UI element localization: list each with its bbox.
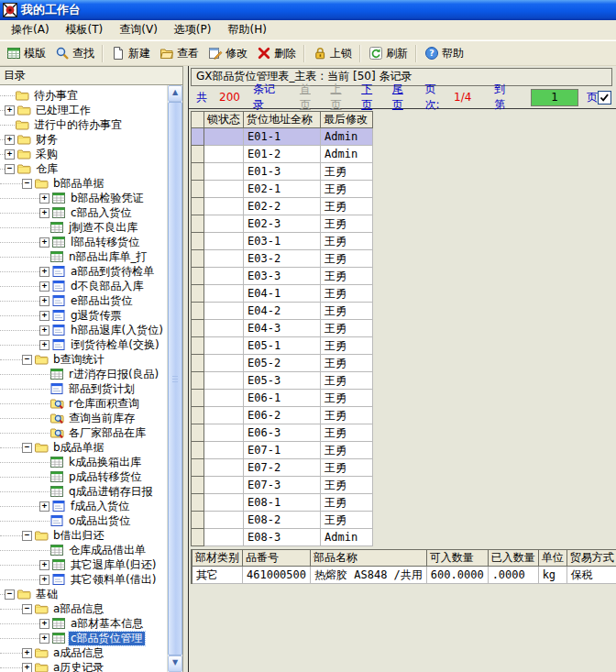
table-row[interactable]: 其它461000500热熔胶 AS848 /共用600.0000.0000kg保…	[192, 567, 616, 584]
table-row[interactable]: E07-2王勇	[192, 459, 373, 477]
tree-item[interactable]: −b借出归还	[0, 528, 167, 543]
column-header[interactable]: 锁状态	[204, 112, 244, 128]
first-page-link[interactable]: 首页	[300, 82, 321, 113]
column-header[interactable]: 部材类别	[192, 550, 243, 567]
table-row[interactable]: E01-3王勇	[192, 163, 373, 181]
toolbar-button-modify[interactable]: 修改	[204, 44, 252, 63]
menu-item-help[interactable]: 帮助(H)	[219, 20, 274, 40]
tree-item[interactable]: +a历史记录	[0, 660, 167, 672]
auto-refresh-checkbox[interactable]	[598, 91, 611, 105]
tree-item[interactable]: +l部品转移货位	[0, 235, 167, 249]
tree-item[interactable]: +a成品信息	[0, 645, 167, 660]
prev-page-link[interactable]: 上页	[331, 82, 352, 113]
goto-page-input[interactable]	[531, 89, 578, 106]
tree-item[interactable]: 查询当前库存	[0, 411, 167, 425]
toolbar-button-find[interactable]: 查找	[50, 44, 99, 63]
menu-item-operations[interactable]: 操作(A)	[3, 20, 58, 40]
tree-item[interactable]: p成品转移货位	[0, 469, 167, 484]
tree-item[interactable]: q成品进销存日报	[0, 484, 167, 499]
tree-item[interactable]: −b部品单据	[0, 176, 167, 191]
table-row[interactable]: E08-1王勇	[192, 494, 373, 512]
menu-item-query[interactable]: 查询(V)	[111, 20, 166, 40]
tree-item[interactable]: +g退货传票	[0, 308, 167, 323]
tree-item[interactable]: +a部材基本信息	[0, 616, 167, 631]
expand-plus-icon[interactable]: +	[5, 149, 15, 160]
tree-item[interactable]: +d不良部品入库	[0, 279, 167, 293]
tree-item[interactable]: +其它领料单(借出)	[0, 572, 167, 587]
tree-item[interactable]: −基础	[0, 587, 167, 601]
expand-plus-icon[interactable]: +	[22, 663, 32, 672]
column-header[interactable]: 可入数量	[426, 550, 488, 567]
table-row[interactable]: E01-2Admin	[192, 146, 373, 163]
collapse-minus-icon[interactable]: −	[22, 179, 32, 189]
expand-plus-icon[interactable]: +	[39, 560, 50, 570]
row-selector-cell[interactable]	[192, 407, 204, 424]
row-selector-cell[interactable]	[192, 442, 204, 459]
table-row[interactable]: E06-3王勇	[192, 424, 373, 442]
column-header[interactable]: 单位	[538, 550, 566, 567]
tree-item[interactable]: 部品到货计划	[0, 381, 167, 396]
table-row[interactable]: E05-3王勇	[192, 372, 373, 390]
tree-item[interactable]: 各厂家部品在库	[0, 425, 167, 440]
row-selector-cell[interactable]	[192, 250, 204, 268]
collapse-minus-icon[interactable]: −	[22, 604, 32, 614]
table-row[interactable]: E02-3王勇	[192, 215, 373, 233]
toolbar-button-help[interactable]: ?帮助	[420, 44, 468, 63]
expand-plus-icon[interactable]: +	[39, 619, 50, 629]
table-row[interactable]: E03-2王勇	[192, 250, 373, 268]
tree-item[interactable]: +e部品出货位	[0, 293, 167, 308]
toolbar-button-view[interactable]: 查看	[155, 44, 204, 63]
collapse-minus-icon[interactable]: −	[22, 443, 32, 453]
tree-item[interactable]: +b部品检验凭证	[0, 191, 167, 205]
row-selector-cell[interactable]	[192, 181, 204, 198]
menu-item-options[interactable]: 选项(P)	[166, 20, 220, 40]
table-row[interactable]: E05-1王勇	[192, 337, 373, 355]
collapse-minus-icon[interactable]: −	[5, 164, 15, 174]
menu-item-templates[interactable]: 模板(T)	[58, 20, 112, 40]
tree-item[interactable]: +c部品入货位	[0, 205, 167, 220]
expand-plus-icon[interactable]: +	[39, 325, 50, 336]
tree-item[interactable]: o成品出货位	[0, 513, 167, 528]
table-row[interactable]: E07-3王勇	[192, 477, 373, 494]
expand-plus-icon[interactable]: +	[39, 237, 50, 248]
tree-item[interactable]: −b查询统计	[0, 352, 167, 367]
expand-plus-icon[interactable]: +	[5, 105, 15, 116]
table-row[interactable]: E08-3Admin	[192, 529, 373, 546]
toolbar-button-lock[interactable]: 上锁	[308, 44, 357, 63]
table-row[interactable]: E01-1Admin	[192, 128, 373, 146]
column-header[interactable]: 贸易方式	[566, 550, 616, 567]
tree-scrollbar[interactable]: ▲ ▼	[167, 85, 182, 672]
collapse-minus-icon[interactable]: −	[22, 355, 32, 365]
tree-item[interactable]: +已处理工作	[0, 103, 167, 117]
row-selector-cell[interactable]	[192, 198, 204, 215]
column-header[interactable]: 已入数量	[488, 550, 538, 567]
row-selector-cell[interactable]	[192, 303, 204, 320]
toolbar-button-new[interactable]: 新建	[106, 44, 155, 63]
tree-item[interactable]: k成品换箱出库	[0, 455, 167, 469]
collapse-minus-icon[interactable]: −	[5, 589, 15, 600]
tree-item[interactable]: +采购	[0, 147, 167, 161]
table-row[interactable]: E02-1王勇	[192, 181, 373, 198]
expand-plus-icon[interactable]: +	[5, 135, 15, 145]
row-selector-cell[interactable]	[192, 477, 204, 494]
column-header[interactable]: 品番号	[243, 550, 311, 567]
row-selector-cell[interactable]	[192, 494, 204, 512]
table-row[interactable]: E08-2王勇	[192, 512, 373, 529]
table-row[interactable]: E04-2王勇	[192, 303, 373, 320]
row-selector-cell[interactable]	[192, 233, 204, 250]
tree-item[interactable]: j制造不良出库	[0, 220, 167, 235]
row-selector-cell[interactable]	[192, 512, 204, 529]
tree-item[interactable]: +h部品退库(入货位)	[0, 323, 167, 337]
expand-plus-icon[interactable]: +	[39, 501, 50, 512]
tree-item[interactable]: r仓库面积查询	[0, 396, 167, 411]
table-row[interactable]: E04-3王勇	[192, 320, 373, 337]
expand-plus-icon[interactable]: +	[39, 267, 50, 277]
tree-item[interactable]: +c部品货位管理	[0, 631, 167, 645]
tree-item[interactable]: +财务	[0, 132, 167, 147]
row-selector-cell[interactable]	[192, 459, 204, 477]
tree-item[interactable]: r进消存日报(良品)	[0, 367, 167, 381]
table-row[interactable]: E07-1王勇	[192, 442, 373, 459]
table-row[interactable]: E04-1王勇	[192, 285, 373, 303]
tree-item[interactable]: −a部品信息	[0, 601, 167, 616]
toolbar-button-template[interactable]: 模版	[2, 44, 50, 63]
